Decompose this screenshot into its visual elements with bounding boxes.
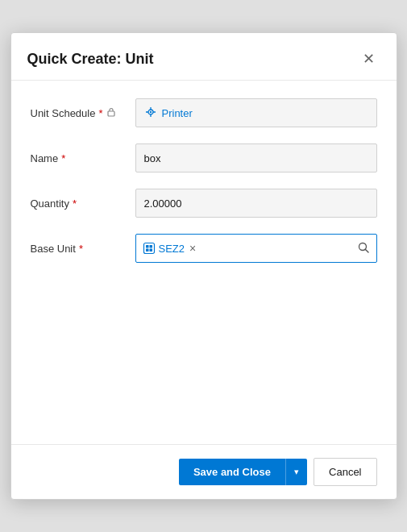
svg-rect-3 — [143, 243, 154, 254]
save-and-close-button[interactable]: Save and Close — [179, 459, 285, 486]
svg-rect-6 — [146, 249, 149, 252]
svg-rect-0 — [108, 111, 114, 116]
name-field — [135, 143, 377, 172]
base-unit-icon — [143, 242, 156, 255]
quantity-row: Quantity * — [31, 187, 377, 219]
close-button[interactable]: ✕ — [358, 48, 380, 70]
dialog-body: Unit Schedule * — [11, 81, 397, 444]
unit-schedule-link[interactable]: Printer — [162, 107, 193, 119]
save-dropdown-button[interactable]: ▾ — [285, 459, 307, 486]
svg-rect-4 — [146, 245, 149, 248]
close-icon: ✕ — [363, 52, 375, 66]
unit-schedule-icon — [144, 106, 157, 121]
unit-schedule-field: Printer — [135, 98, 377, 127]
svg-rect-7 — [149, 249, 152, 252]
base-unit-field: SEZ2 × — [135, 234, 377, 263]
base-unit-tag: SEZ2 × — [143, 242, 197, 255]
quantity-required: * — [73, 197, 77, 210]
quantity-field — [135, 189, 377, 218]
chevron-down-icon: ▾ — [294, 467, 299, 477]
unit-schedule-label: Unit Schedule * — [31, 107, 135, 119]
base-unit-required: * — [79, 243, 83, 255]
base-unit-lookup[interactable]: SEZ2 × — [135, 234, 377, 263]
unit-schedule-required: * — [98, 107, 102, 119]
svg-line-9 — [365, 249, 368, 252]
lookup-search-icon[interactable] — [357, 241, 370, 256]
base-unit-label: Base Unit * — [31, 243, 135, 255]
unit-schedule-row: Unit Schedule * — [31, 97, 377, 129]
name-row: Name * — [31, 142, 377, 174]
unit-schedule-value: Printer — [135, 98, 377, 127]
dialog-header: Quick Create: Unit ✕ — [11, 33, 397, 81]
name-required: * — [61, 152, 65, 164]
base-unit-value: SEZ2 — [159, 243, 185, 255]
quantity-input[interactable] — [135, 189, 377, 218]
svg-rect-5 — [149, 245, 152, 248]
save-button-group: Save and Close ▾ — [179, 459, 307, 486]
name-input[interactable] — [135, 143, 377, 172]
dialog-footer: Save and Close ▾ Cancel — [11, 444, 397, 499]
quick-create-dialog: Quick Create: Unit ✕ Unit Schedule * — [10, 32, 397, 500]
base-unit-row: Base Unit * — [31, 232, 377, 264]
cancel-button[interactable]: Cancel — [314, 458, 376, 486]
svg-point-2 — [149, 110, 151, 112]
dialog-title: Quick Create: Unit — [27, 51, 154, 68]
name-label: Name * — [31, 152, 135, 164]
base-unit-remove[interactable]: × — [189, 243, 196, 254]
lock-icon — [106, 107, 116, 119]
quantity-label: Quantity * — [31, 197, 135, 210]
